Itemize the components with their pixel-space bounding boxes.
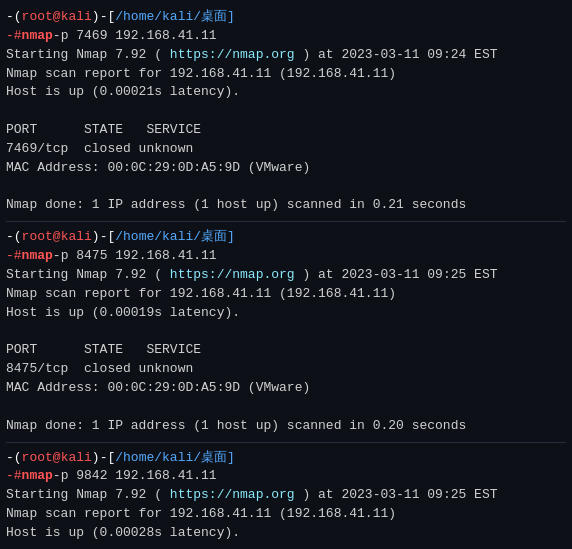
prompt-hash-2: -# (6, 247, 22, 266)
port-row-1: 7469/tcp closed unknown (6, 140, 566, 159)
nmap-done-1: Nmap done: 1 IP address (1 host up) scan… (6, 196, 566, 215)
prompt-path: /home/kali/桌面 (115, 8, 227, 27)
nmap-url: https://nmap.org (170, 47, 295, 62)
mac-addr-1: MAC Address: 00:0C:29:0D:A5:9D (VMware) (6, 159, 566, 178)
output-line-3-1: Starting Nmap 7.92 ( https://nmap.org ) … (6, 486, 566, 505)
cmd-nmap-2: nmap (22, 247, 53, 266)
cmd-line-1: -# nmap -p 7469 192.168.41.11 (6, 27, 566, 46)
divider-1 (6, 221, 566, 222)
cmd-nmap-3: nmap (22, 467, 53, 486)
prompt-root: root (22, 8, 53, 27)
mac-addr-2: MAC Address: 00:0C:29:0D:A5:9D (VMware) (6, 379, 566, 398)
prompt-path-3: /home/kali/桌面 (115, 449, 227, 468)
bracket-close-3: )-[ (92, 449, 115, 468)
output-line-3-2: Nmap scan report for 192.168.41.11 (192.… (6, 505, 566, 524)
output-line-2-1: Starting Nmap 7.92 ( https://nmap.org ) … (6, 266, 566, 285)
path-bracket-close-2: ] (227, 228, 235, 247)
prompt-host: kali (61, 8, 92, 27)
cmd-args-2: -p 8475 192.168.41.11 (53, 247, 217, 266)
prompt-root-3: root (22, 449, 53, 468)
output-line-1-2: Nmap scan report for 192.168.41.11 (192.… (6, 65, 566, 84)
port-header-2: PORT STATE SERVICE (6, 341, 566, 360)
prompt-line-2: -(root@kali)-[/home/kali/桌面] (6, 228, 566, 247)
bracket-open: -( (6, 8, 22, 27)
cmd-nmap: nmap (22, 27, 53, 46)
cmd-line-3: -# nmap -p 9842 192.168.41.11 (6, 467, 566, 486)
prompt-host-3: kali (61, 449, 92, 468)
prompt-line-1: -(root@kali)-[/home/kali/桌面] (6, 8, 566, 27)
prompt-at-3: @ (53, 449, 61, 468)
prompt-host-2: kali (61, 228, 92, 247)
command-block-2: -(root@kali)-[/home/kali/桌面] -# nmap -p … (6, 228, 566, 435)
bracket-close-2: )-[ (92, 228, 115, 247)
prompt-root-2: root (22, 228, 53, 247)
output-line-2-3: Host is up (0.00019s latency). (6, 304, 566, 323)
divider-2 (6, 442, 566, 443)
bracket-open-3: -( (6, 449, 22, 468)
output-line-3-3: Host is up (0.00028s latency). (6, 524, 566, 543)
command-block-3: -(root@kali)-[/home/kali/桌面] -# nmap -p … (6, 449, 566, 549)
prompt-hash-3: -# (6, 467, 22, 486)
path-bracket-close: ] (227, 8, 235, 27)
prompt-at: @ (53, 8, 61, 27)
command-block-1: -(root@kali)-[/home/kali/桌面] -# nmap -p … (6, 8, 566, 215)
terminal: -(root@kali)-[/home/kali/桌面] -# nmap -p … (0, 0, 572, 549)
cmd-args: -p 7469 192.168.41.11 (53, 27, 217, 46)
bracket-close: )-[ (92, 8, 115, 27)
prompt-line-3: -(root@kali)-[/home/kali/桌面] (6, 449, 566, 468)
nmap-url-2: https://nmap.org (170, 267, 295, 282)
output-line-1-3: Host is up (0.00021s latency). (6, 83, 566, 102)
cmd-args-3: -p 9842 192.168.41.11 (53, 467, 217, 486)
output-line-1-1: Starting Nmap 7.92 ( https://nmap.org ) … (6, 46, 566, 65)
bracket-open-2: -( (6, 228, 22, 247)
nmap-url-3: https://nmap.org (170, 487, 295, 502)
output-line-2-2: Nmap scan report for 192.168.41.11 (192.… (6, 285, 566, 304)
nmap-done-2: Nmap done: 1 IP address (1 host up) scan… (6, 417, 566, 436)
port-header-1: PORT STATE SERVICE (6, 121, 566, 140)
prompt-path-2: /home/kali/桌面 (115, 228, 227, 247)
path-bracket-close-3: ] (227, 449, 235, 468)
prompt-hash: -# (6, 27, 22, 46)
prompt-at-2: @ (53, 228, 61, 247)
cmd-line-2: -# nmap -p 8475 192.168.41.11 (6, 247, 566, 266)
port-row-2: 8475/tcp closed unknown (6, 360, 566, 379)
